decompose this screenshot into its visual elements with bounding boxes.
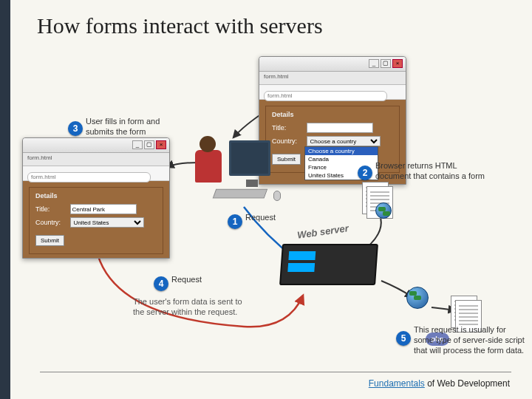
- browser-tab[interactable]: form.html: [23, 153, 169, 166]
- step-badge-1: 1: [228, 214, 242, 229]
- minimize-button[interactable]: _: [369, 59, 379, 68]
- title-input[interactable]: [70, 204, 137, 214]
- step-4-label: Request: [171, 275, 202, 285]
- dropdown-option[interactable]: Choose a country: [305, 147, 378, 155]
- tab-label: form.html: [27, 154, 52, 161]
- browser-window-filled-form: _ ▢ × form.html Details Title: Country: …: [22, 137, 170, 259]
- person-head-icon: [200, 136, 216, 152]
- footer-text: Fundamentals of Web Development: [369, 378, 510, 389]
- title-label: Title:: [272, 124, 304, 132]
- window-controls: _ ▢ ×: [369, 59, 403, 68]
- tab-label: form.html: [264, 73, 288, 80]
- step-badge-4: 4: [154, 276, 168, 291]
- footer-divider: [40, 372, 511, 372]
- country-label: Country:: [35, 219, 68, 226]
- url-input[interactable]: [264, 91, 387, 101]
- globe-icon: [375, 202, 392, 219]
- window-controls: _ ▢ ×: [132, 140, 166, 149]
- monitor-icon: [229, 140, 270, 176]
- web-server-icon: Web server: [281, 244, 384, 303]
- country-select[interactable]: Choose a country: [307, 136, 381, 146]
- step-1-label: Request: [245, 213, 276, 223]
- person-body-icon: [195, 150, 222, 183]
- window-titlebar: _ ▢ ×: [23, 138, 169, 153]
- step-4-detail: The user's form data is sent to the serv…: [133, 297, 251, 318]
- keyboard-icon: [213, 189, 267, 198]
- footer-link[interactable]: Fundamentals: [369, 378, 425, 389]
- close-button[interactable]: ×: [392, 59, 403, 68]
- window-titlebar: _ ▢ ×: [259, 57, 406, 72]
- diagram-canvas: _ ▢ × form.html Details Title: Country: …: [22, 52, 510, 362]
- maximize-button[interactable]: ▢: [144, 140, 154, 149]
- server-label: Web server: [296, 222, 349, 241]
- country-select[interactable]: United States: [70, 217, 144, 228]
- form-page: Details Title: Country: United States Su…: [23, 181, 169, 258]
- globe-icon: [406, 287, 436, 322]
- url-input[interactable]: [27, 172, 151, 183]
- browser-tab[interactable]: form.html: [259, 72, 406, 85]
- dropdown-option[interactable]: Canada: [305, 155, 378, 163]
- mouse-icon: [273, 191, 281, 201]
- submit-button[interactable]: Submit: [272, 154, 301, 165]
- step-5-label: This request is usually for some type of…: [414, 325, 525, 355]
- address-bar: [259, 85, 406, 100]
- footer-rest: of Web Development: [425, 378, 510, 389]
- fieldset-legend: Details: [35, 192, 157, 200]
- step-badge-5: 5: [396, 331, 411, 346]
- fieldset-legend: Details: [272, 111, 393, 118]
- title-label: Title:: [35, 205, 68, 213]
- step-badge-2: 2: [358, 166, 372, 180]
- step-badge-3: 3: [68, 121, 83, 136]
- submit-button[interactable]: Submit: [35, 235, 64, 246]
- slide-title: How forms interact with servers: [37, 13, 323, 38]
- html-document-icon: [362, 182, 392, 217]
- close-button[interactable]: ×: [156, 140, 166, 149]
- country-label: Country:: [272, 137, 304, 145]
- title-input[interactable]: [307, 123, 373, 133]
- slide-accent-bar: [0, 0, 10, 399]
- minimize-button[interactable]: _: [132, 140, 143, 149]
- step-3-label: User fills in form and submits the form: [86, 117, 189, 137]
- user-at-computer-icon: [192, 126, 273, 214]
- step-2-label: Browser returns HTML document that conta…: [375, 161, 486, 182]
- maximize-button[interactable]: ▢: [381, 59, 391, 68]
- address-bar: [23, 166, 169, 181]
